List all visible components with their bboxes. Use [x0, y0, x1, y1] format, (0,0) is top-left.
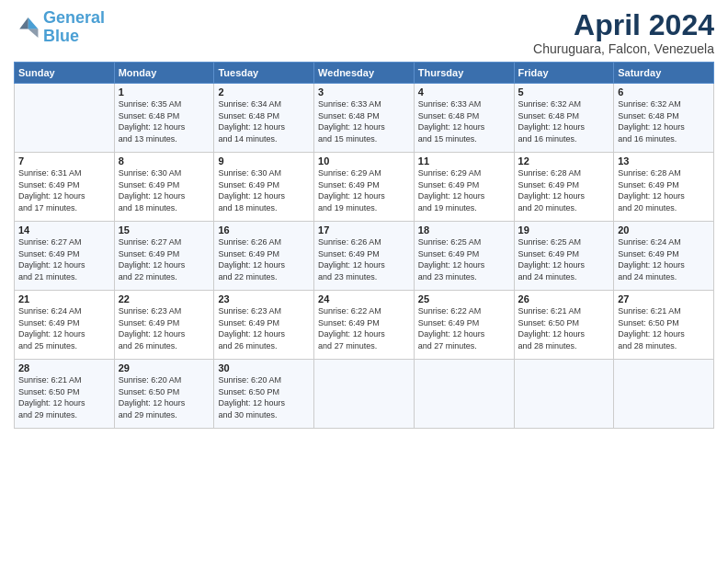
day-info: Sunrise: 6:33 AM Sunset: 6:48 PM Dayligh…	[418, 98, 510, 144]
day-number: 23	[218, 293, 310, 304]
logo: General Blue	[14, 9, 105, 46]
day-number: 28	[18, 362, 110, 373]
day-info: Sunrise: 6:28 AM Sunset: 6:49 PM Dayligh…	[618, 167, 710, 213]
day-number: 25	[418, 293, 510, 304]
day-info: Sunrise: 6:33 AM Sunset: 6:48 PM Dayligh…	[318, 98, 410, 144]
day-info: Sunrise: 6:27 AM Sunset: 6:49 PM Dayligh…	[119, 236, 210, 282]
col-header-saturday: Saturday	[614, 63, 714, 84]
logo-blue: Blue	[43, 27, 79, 45]
calendar-cell: 23Sunrise: 6:23 AM Sunset: 6:49 PM Dayli…	[214, 291, 314, 360]
week-row-2: 7Sunrise: 6:31 AM Sunset: 6:49 PM Daylig…	[15, 153, 714, 222]
week-row-4: 21Sunrise: 6:24 AM Sunset: 6:49 PM Dayli…	[15, 291, 714, 360]
day-number: 26	[518, 293, 610, 304]
day-info: Sunrise: 6:24 AM Sunset: 6:49 PM Dayligh…	[18, 305, 110, 351]
week-row-3: 14Sunrise: 6:27 AM Sunset: 6:49 PM Dayli…	[15, 222, 714, 291]
day-number: 30	[218, 362, 310, 373]
day-number: 17	[318, 224, 410, 236]
day-number: 5	[518, 86, 610, 98]
day-number: 14	[18, 224, 110, 236]
logo-text: General Blue	[43, 9, 105, 46]
calendar-cell: 14Sunrise: 6:27 AM Sunset: 6:49 PM Dayli…	[15, 222, 115, 291]
month-title: April 2024	[533, 9, 714, 41]
day-number: 19	[518, 224, 610, 236]
calendar-cell	[614, 360, 714, 429]
day-info: Sunrise: 6:23 AM Sunset: 6:49 PM Dayligh…	[119, 305, 210, 351]
day-info: Sunrise: 6:24 AM Sunset: 6:49 PM Dayligh…	[618, 236, 710, 282]
day-number: 8	[119, 155, 210, 167]
day-info: Sunrise: 6:28 AM Sunset: 6:49 PM Dayligh…	[518, 167, 610, 213]
day-info: Sunrise: 6:29 AM Sunset: 6:49 PM Dayligh…	[318, 167, 410, 213]
calendar-cell: 16Sunrise: 6:26 AM Sunset: 6:49 PM Dayli…	[214, 222, 314, 291]
svg-marker-1	[28, 29, 39, 37]
day-info: Sunrise: 6:30 AM Sunset: 6:49 PM Dayligh…	[218, 167, 310, 213]
header: General Blue April 2024 Churuguara, Falc…	[14, 9, 714, 56]
col-header-friday: Friday	[514, 63, 614, 84]
svg-marker-0	[28, 17, 39, 29]
day-info: Sunrise: 6:35 AM Sunset: 6:48 PM Dayligh…	[119, 98, 210, 144]
day-info: Sunrise: 6:23 AM Sunset: 6:49 PM Dayligh…	[218, 305, 310, 351]
logo-icon	[14, 15, 40, 40]
day-info: Sunrise: 6:20 AM Sunset: 6:50 PM Dayligh…	[218, 374, 310, 420]
day-number: 4	[418, 86, 510, 98]
day-info: Sunrise: 6:25 AM Sunset: 6:49 PM Dayligh…	[518, 236, 610, 282]
calendar-cell	[514, 360, 614, 429]
calendar-cell: 7Sunrise: 6:31 AM Sunset: 6:49 PM Daylig…	[15, 153, 115, 222]
day-number: 16	[218, 224, 310, 236]
day-number: 29	[119, 362, 210, 373]
calendar-cell: 19Sunrise: 6:25 AM Sunset: 6:49 PM Dayli…	[514, 222, 614, 291]
calendar-table: SundayMondayTuesdayWednesdayThursdayFrid…	[14, 62, 714, 429]
calendar-cell: 29Sunrise: 6:20 AM Sunset: 6:50 PM Dayli…	[114, 360, 214, 429]
calendar-cell: 17Sunrise: 6:26 AM Sunset: 6:49 PM Dayli…	[314, 222, 415, 291]
header-row: SundayMondayTuesdayWednesdayThursdayFrid…	[15, 63, 714, 84]
week-row-1: 1Sunrise: 6:35 AM Sunset: 6:48 PM Daylig…	[15, 84, 714, 153]
day-number: 10	[318, 155, 410, 167]
col-header-wednesday: Wednesday	[314, 63, 415, 84]
day-number: 20	[618, 224, 710, 236]
day-number: 3	[318, 86, 410, 98]
day-info: Sunrise: 6:21 AM Sunset: 6:50 PM Dayligh…	[618, 305, 710, 351]
day-number: 27	[618, 293, 710, 304]
day-info: Sunrise: 6:27 AM Sunset: 6:49 PM Dayligh…	[18, 236, 110, 282]
logo-general: General	[43, 8, 105, 27]
calendar-cell: 22Sunrise: 6:23 AM Sunset: 6:49 PM Dayli…	[114, 291, 214, 360]
calendar-cell: 8Sunrise: 6:30 AM Sunset: 6:49 PM Daylig…	[114, 153, 214, 222]
day-number: 13	[618, 155, 710, 167]
col-header-thursday: Thursday	[414, 63, 514, 84]
day-info: Sunrise: 6:25 AM Sunset: 6:49 PM Dayligh…	[418, 236, 510, 282]
svg-marker-2	[19, 17, 28, 29]
calendar-cell: 20Sunrise: 6:24 AM Sunset: 6:49 PM Dayli…	[614, 222, 714, 291]
calendar-cell: 26Sunrise: 6:21 AM Sunset: 6:50 PM Dayli…	[514, 291, 614, 360]
calendar-cell: 27Sunrise: 6:21 AM Sunset: 6:50 PM Dayli…	[614, 291, 714, 360]
calendar-cell	[15, 84, 115, 153]
day-number: 15	[119, 224, 210, 236]
calendar-cell: 1Sunrise: 6:35 AM Sunset: 6:48 PM Daylig…	[114, 84, 214, 153]
calendar-cell: 11Sunrise: 6:29 AM Sunset: 6:49 PM Dayli…	[414, 153, 514, 222]
day-number: 21	[18, 293, 110, 304]
day-info: Sunrise: 6:32 AM Sunset: 6:48 PM Dayligh…	[618, 98, 710, 144]
title-block: April 2024 Churuguara, Falcon, Venezuela	[533, 9, 714, 56]
calendar-cell: 3Sunrise: 6:33 AM Sunset: 6:48 PM Daylig…	[314, 84, 415, 153]
calendar-cell: 9Sunrise: 6:30 AM Sunset: 6:49 PM Daylig…	[214, 153, 314, 222]
day-info: Sunrise: 6:21 AM Sunset: 6:50 PM Dayligh…	[18, 374, 110, 420]
calendar-cell	[414, 360, 514, 429]
day-number: 1	[119, 86, 210, 98]
calendar-cell: 18Sunrise: 6:25 AM Sunset: 6:49 PM Dayli…	[414, 222, 514, 291]
day-info: Sunrise: 6:22 AM Sunset: 6:49 PM Dayligh…	[318, 305, 410, 351]
day-info: Sunrise: 6:34 AM Sunset: 6:48 PM Dayligh…	[218, 98, 310, 144]
calendar-cell: 4Sunrise: 6:33 AM Sunset: 6:48 PM Daylig…	[414, 84, 514, 153]
day-number: 2	[218, 86, 310, 98]
day-info: Sunrise: 6:31 AM Sunset: 6:49 PM Dayligh…	[18, 167, 110, 213]
day-number: 9	[218, 155, 310, 167]
calendar-cell	[314, 360, 415, 429]
calendar-cell: 21Sunrise: 6:24 AM Sunset: 6:49 PM Dayli…	[15, 291, 115, 360]
day-number: 11	[418, 155, 510, 167]
day-number: 7	[18, 155, 110, 167]
day-number: 24	[318, 293, 410, 304]
week-row-5: 28Sunrise: 6:21 AM Sunset: 6:50 PM Dayli…	[15, 360, 714, 429]
location: Churuguara, Falcon, Venezuela	[533, 41, 714, 56]
day-info: Sunrise: 6:20 AM Sunset: 6:50 PM Dayligh…	[119, 374, 210, 420]
day-info: Sunrise: 6:29 AM Sunset: 6:49 PM Dayligh…	[418, 167, 510, 213]
calendar-cell: 5Sunrise: 6:32 AM Sunset: 6:48 PM Daylig…	[514, 84, 614, 153]
col-header-tuesday: Tuesday	[214, 63, 314, 84]
calendar-cell: 30Sunrise: 6:20 AM Sunset: 6:50 PM Dayli…	[214, 360, 314, 429]
